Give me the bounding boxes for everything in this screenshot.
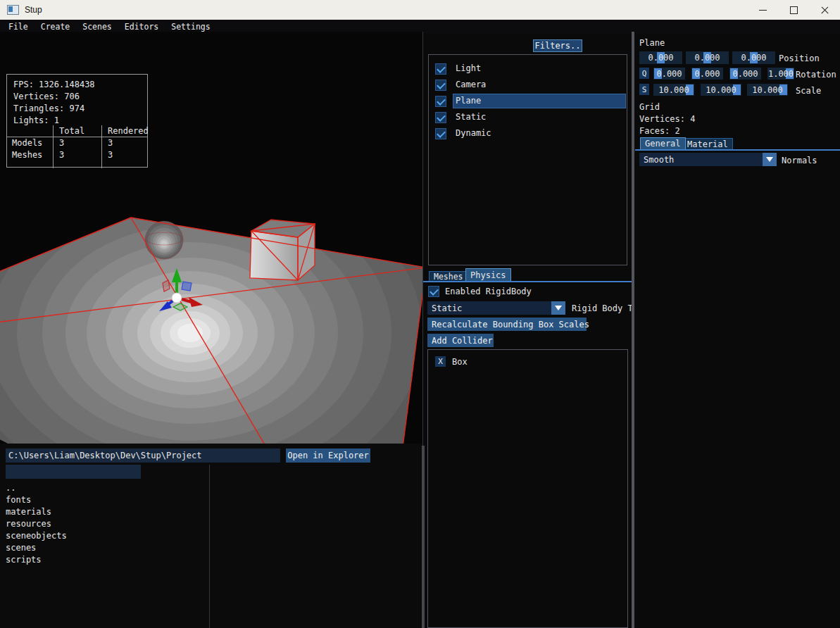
filters-button-label: Filters..	[534, 41, 580, 51]
recalculate-bounding-box-button[interactable]: Recalculate Bounding Box Scales	[427, 318, 587, 331]
rigid-body-type-dropdown[interactable]: Static	[427, 301, 565, 315]
file-browser-panel: C:\Users\Liam\Desktop\Dev\Stup\Project O…	[0, 444, 421, 628]
rigid-body-type-value: Static	[427, 303, 551, 313]
minimize-button[interactable]	[747, 0, 778, 20]
menu-create[interactable]: Create	[41, 22, 70, 32]
table-cell: 3	[101, 137, 147, 149]
file-entry-resources[interactable]: resources	[6, 518, 51, 529]
sphere-mesh[interactable]	[145, 221, 183, 259]
menu-scenes[interactable]: Scenes	[82, 22, 112, 32]
check-icon	[437, 64, 446, 73]
file-entry-scenes[interactable]: scenes	[6, 542, 36, 553]
position-z-field[interactable]: 0.000	[732, 51, 775, 64]
file-entry-materials[interactable]: materials	[6, 506, 51, 517]
rotation-y-value: 0.000	[694, 69, 720, 79]
chevron-down-icon[interactable]	[551, 301, 565, 315]
hierarchy-item-label: Dynamic	[453, 127, 625, 140]
file-entry-sceneobjects[interactable]: sceneobjects	[6, 530, 67, 541]
hierarchy-item-label: Static	[453, 111, 625, 124]
minimize-icon	[759, 10, 767, 11]
enabled-rigidbody-checkbox[interactable]	[428, 286, 439, 297]
maximize-icon	[790, 6, 798, 14]
scale-x-value: 10.000	[658, 85, 689, 95]
open-in-explorer-button[interactable]: Open in Explorer	[286, 448, 370, 463]
tab-general[interactable]: General	[640, 137, 686, 149]
hierarchy-item-dynamic[interactable]: Dynamic	[435, 127, 625, 140]
menu-settings[interactable]: Settings	[171, 22, 210, 32]
render-stats-table: Total Rendered Models 3 3 Meshes 3 3	[7, 125, 147, 168]
scale-y-field[interactable]: 10.000	[701, 84, 741, 96]
rotation-z-field[interactable]: 0.000	[729, 68, 761, 80]
tab-material[interactable]: Material	[682, 138, 733, 149]
project-path-value: C:\Users\Liam\Desktop\Dev\Stup\Project	[8, 451, 202, 460]
scene-hierarchy-panel: Filters.. Light Camera Plane Static Dyna…	[422, 32, 632, 628]
tab-physics[interactable]: Physics	[465, 268, 511, 281]
hierarchy-item-plane[interactable]: Plane	[435, 94, 625, 108]
table-header-total: Total	[53, 125, 101, 137]
viewport[interactable]: FPS: 1326.148438 Vertices: 706 Triangles…	[0, 32, 422, 444]
file-entry-fonts[interactable]: fonts	[6, 494, 31, 505]
file-browser-divider	[209, 465, 210, 628]
rigid-body-type-label: Rigid Body Type	[572, 303, 632, 313]
position-y-field[interactable]: 0.000	[686, 51, 729, 64]
collider-list: X Box	[427, 349, 628, 628]
project-path-input[interactable]: C:\Users\Liam\Desktop\Dev\Stup\Project	[6, 448, 280, 463]
rotation-x-value: 0.000	[656, 69, 682, 79]
visibility-checkbox[interactable]	[435, 96, 446, 107]
position-x-field[interactable]: 0.000	[639, 51, 682, 64]
rotation-x-field[interactable]: 0.000	[653, 68, 685, 80]
inspector-tab-underline	[635, 149, 840, 151]
normals-label: Normals	[782, 156, 817, 165]
position-z-value: 0.000	[741, 53, 766, 63]
visibility-checkbox[interactable]	[435, 80, 446, 91]
add-collider-button[interactable]: Add Collider	[427, 334, 494, 347]
gizmo-center[interactable]	[172, 293, 182, 303]
scale-z-value: 10.000	[752, 85, 782, 95]
scale-y-value: 10.000	[706, 85, 736, 95]
hierarchy-item-camera[interactable]: Camera	[435, 78, 625, 92]
hierarchy-item-static[interactable]: Static	[435, 111, 625, 124]
remove-collider-button[interactable]: X	[435, 356, 446, 367]
rotation-label: Rotation	[796, 70, 836, 80]
vertices-stat: Vertices: 706	[13, 92, 80, 101]
rotation-z-value: 0.000	[732, 69, 758, 79]
rotation-w-field[interactable]: 1.000	[767, 68, 794, 80]
cube-mesh[interactable]	[250, 220, 315, 280]
chevron-down-icon[interactable]	[763, 153, 777, 166]
position-y-value: 0.000	[694, 53, 720, 63]
mesh-name: Grid	[639, 102, 660, 112]
check-icon	[437, 129, 446, 138]
tab-meshes[interactable]: Meshes	[429, 271, 468, 281]
hierarchy-item-light[interactable]: Light	[435, 62, 625, 75]
visibility-checkbox[interactable]	[435, 112, 446, 123]
tab-meshes-label: Meshes	[434, 272, 463, 282]
visibility-checkbox[interactable]	[435, 128, 446, 139]
scale-link-button[interactable]: S	[639, 84, 649, 95]
normals-dropdown[interactable]: Smooth	[639, 153, 777, 166]
scale-x-field[interactable]: 10.000	[653, 84, 694, 96]
file-entry-up[interactable]: ..	[6, 482, 15, 494]
title-bar: Stup	[0, 0, 840, 20]
file-entry-scripts[interactable]: scripts	[6, 554, 42, 565]
rotation-y-field[interactable]: 0.000	[691, 68, 723, 80]
quaternion-toggle-button[interactable]: Q	[639, 68, 649, 79]
file-browser-scrollbar[interactable]	[422, 446, 425, 628]
window-title: Stup	[25, 5, 42, 15]
check-icon	[437, 80, 446, 89]
close-button[interactable]	[809, 0, 840, 20]
visibility-checkbox[interactable]	[435, 63, 446, 75]
add-collider-label: Add Collider	[432, 336, 493, 346]
vertices-info: Vertices: 4	[639, 114, 695, 124]
file-filter-input[interactable]	[6, 465, 141, 479]
filters-button[interactable]: Filters..	[533, 39, 582, 52]
table-header-rendered: Rendered	[101, 125, 147, 137]
hierarchy-panel-scrollbar[interactable]	[632, 32, 634, 628]
menu-editors[interactable]: Editors	[125, 22, 158, 32]
maximize-button[interactable]	[778, 0, 809, 20]
gizmo-plane-z[interactable]	[182, 282, 192, 291]
enabled-rigidbody-row: Enabled RigidBody	[428, 286, 532, 297]
menu-file[interactable]: File	[8, 22, 28, 32]
collider-name: Box	[452, 357, 468, 367]
scale-z-field[interactable]: 10.000	[747, 84, 788, 96]
position-label: Position	[779, 54, 820, 63]
